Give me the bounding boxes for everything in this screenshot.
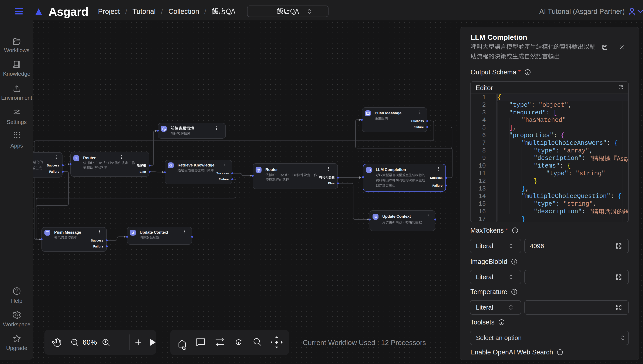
svg-text:60%: 60%	[82, 338, 97, 346]
